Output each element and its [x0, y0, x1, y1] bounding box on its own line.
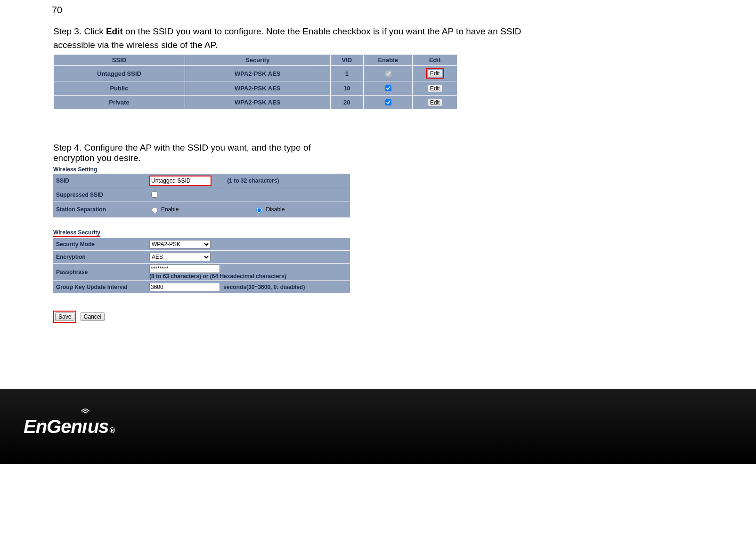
table-row: PrivateWPA2-PSK AES20Edit [53, 96, 457, 110]
step3-text: Step 3. Click Edit on the SSID you want … [53, 25, 541, 52]
security-cell: WPA2-PSK AES [185, 81, 331, 96]
enable-cell [364, 81, 413, 96]
passphrase-label: Passphrase [53, 264, 147, 281]
passphrase-hint: (8 to 63 characters) or (64 Hexadecimal … [149, 273, 286, 280]
enable-cell [364, 96, 413, 110]
ssid-input-highlight [149, 176, 211, 186]
step3-suffix: on the SSID you want to configure. Note … [53, 26, 521, 50]
engenius-logo: EnGen us® [24, 416, 114, 437]
security-cell: WPA2-PSK AES [185, 66, 331, 81]
page-number: 70 [52, 5, 589, 16]
footer: EnGen us® [0, 389, 756, 464]
cancel-button[interactable]: Cancel [81, 313, 105, 321]
edit-button-highlight: Edit [426, 68, 444, 79]
security-cell: WPA2-PSK AES [185, 96, 331, 110]
wireless-security-heading-wrap: Wireless Security [53, 229, 350, 237]
station-separation-label: Station Separation [53, 201, 147, 218]
vid-cell: 20 [331, 96, 364, 110]
registered-mark: ® [110, 426, 115, 435]
security-mode-select[interactable]: WPA2-PSK [149, 240, 211, 248]
encryption-label: Encryption [53, 251, 147, 264]
ssid-header: SSID [53, 55, 185, 66]
edit-button[interactable]: Edit [428, 85, 442, 92]
vid-cell: 10 [331, 81, 364, 96]
ssid-label: SSID [53, 174, 147, 188]
ssid-cell: Private [53, 96, 185, 110]
wifi-icon [81, 408, 90, 414]
ssid-table: SSID Security VID Enable Edit Untagged S… [53, 55, 457, 110]
wireless-security-heading: Wireless Security [53, 229, 100, 237]
separation-disable-radio[interactable] [256, 207, 262, 213]
suppressed-ssid-checkbox[interactable] [151, 192, 157, 198]
save-button[interactable]: Save [55, 313, 74, 321]
step3-bold: Edit [106, 26, 123, 36]
separation-enable-label: Enable [161, 206, 179, 213]
group-key-input[interactable] [149, 283, 220, 291]
save-button-highlight: Save [53, 311, 76, 323]
security-mode-label: Security Mode [53, 238, 147, 251]
vid-header: VID [331, 55, 364, 66]
security-header: Security [185, 55, 331, 66]
separation-disable-label: Disable [266, 206, 285, 213]
ssid-cell: Public [53, 81, 185, 96]
separation-disable-option[interactable]: Disable [254, 206, 285, 213]
suppressed-ssid-label: Suppressed SSID [53, 188, 147, 201]
separation-enable-radio[interactable] [152, 207, 158, 213]
enable-checkbox[interactable] [385, 99, 391, 105]
ssid-hint: (1 to 32 characters) [227, 177, 279, 184]
step3-prefix: Step 3. Click [53, 26, 106, 36]
edit-header: Edit [413, 55, 457, 66]
group-key-hint: seconds(30~3600, 0: disabled) [223, 284, 305, 290]
ssid-input[interactable] [150, 176, 198, 185]
step4-text: Step 4. Configure the AP with the SSID y… [53, 143, 350, 163]
encryption-select[interactable]: AES [149, 253, 211, 261]
edit-button[interactable]: Edit [428, 99, 442, 106]
wireless-setting-heading: Wireless Setting [53, 166, 350, 173]
group-key-label: Group Key Update Interval [53, 281, 147, 294]
vid-cell: 1 [331, 66, 364, 81]
edit-cell: Edit [413, 66, 457, 81]
enable-checkbox[interactable] [385, 85, 391, 91]
edit-cell: Edit [413, 81, 457, 96]
enable-header: Enable [364, 55, 413, 66]
wireless-security-table: Security Mode WPA2-PSK Encryption AES [53, 238, 350, 294]
separation-enable-option[interactable]: Enable [149, 206, 179, 213]
enable-cell [364, 66, 413, 81]
passphrase-input[interactable] [149, 264, 220, 273]
table-row: PublicWPA2-PSK AES10Edit [53, 81, 457, 96]
table-row: Untagged SSIDWPA2-PSK AES1Edit [53, 66, 457, 81]
enable-checkbox[interactable] [385, 71, 391, 77]
ssid-cell: Untagged SSID [53, 66, 185, 81]
edit-cell: Edit [413, 96, 457, 110]
edit-button[interactable]: Edit [428, 70, 442, 77]
wireless-setting-table: SSID (1 to 32 characters) Suppressed SSI… [53, 174, 350, 218]
